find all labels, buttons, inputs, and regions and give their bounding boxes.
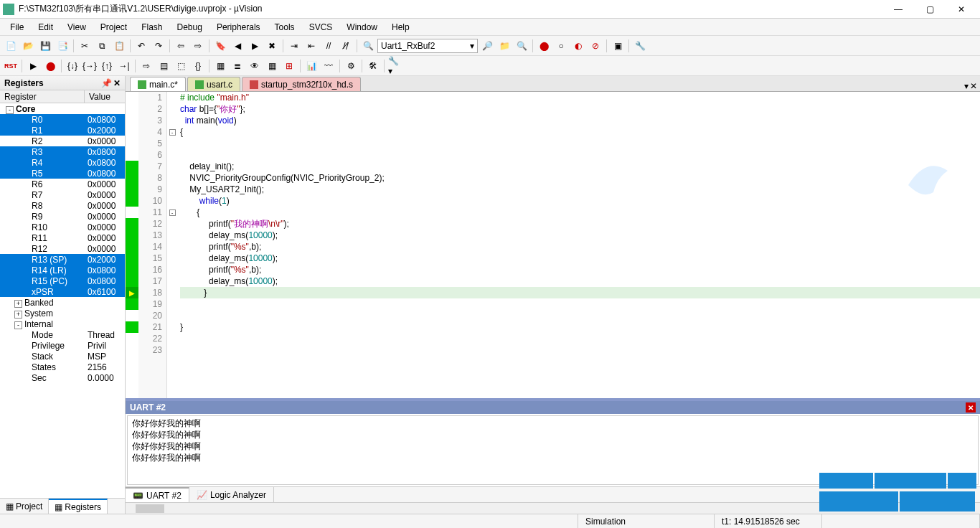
register-row[interactable]: R15 (PC)0x0800	[0, 275, 125, 286]
menu-help[interactable]: Help	[385, 21, 417, 34]
uart-tab[interactable]: 📟UART #2	[126, 487, 189, 502]
debug-button[interactable]: ⬤	[536, 38, 552, 54]
watch-button[interactable]: 👁	[247, 58, 263, 74]
task-block[interactable]	[948, 473, 976, 489]
bookmark-prev-button[interactable]: ◀	[230, 38, 245, 54]
panel-pin-icon[interactable]: 📌	[101, 78, 112, 88]
register-row[interactable]: R00x0800	[0, 114, 125, 125]
menu-debug[interactable]: Debug	[170, 21, 209, 34]
editor-tab[interactable]: main.c*	[130, 77, 186, 91]
close-button[interactable]: ✕	[946, 0, 977, 19]
breakpoint-insert-button[interactable]: ○	[553, 38, 569, 54]
register-row[interactable]: R14 (LR)0x0800	[0, 265, 125, 275]
register-row[interactable]: R20x0000	[0, 136, 125, 146]
task-block[interactable]	[819, 491, 898, 512]
new-file-button[interactable]: 📄	[3, 38, 19, 54]
code-area[interactable]: # include "main.h"char b[]={"你好"}; int m…	[177, 92, 980, 398]
scrollbar-thumb[interactable]	[136, 504, 164, 513]
uart-tab[interactable]: 📈Logic Analyzer	[189, 487, 274, 502]
breakpoint-enable-button[interactable]: ◐	[570, 38, 586, 54]
breakpoint-kill-button[interactable]: ⊘	[588, 38, 603, 54]
editor-body[interactable]: ▶ 1234567891011121314151617181920212223 …	[126, 92, 980, 398]
outdent-button[interactable]: ⇤	[303, 38, 319, 54]
bookmark-button[interactable]: 🔖	[212, 38, 228, 54]
reset-button[interactable]: RST	[3, 58, 19, 74]
menu-tools[interactable]: Tools	[268, 21, 302, 34]
register-row[interactable]: R90x0000	[0, 211, 125, 222]
task-block[interactable]	[819, 473, 873, 489]
indent-button[interactable]: ⇥	[286, 38, 302, 54]
register-row[interactable]: R100x0000	[0, 222, 125, 232]
register-group[interactable]: -Internal	[0, 319, 125, 329]
left-tab-project[interactable]: ▦Project	[0, 499, 49, 514]
system-viewer-button[interactable]: ⚙	[343, 58, 359, 74]
editor-tab[interactable]: startup_stm32f10x_hd.s	[242, 77, 361, 91]
redo-button[interactable]: ↷	[151, 38, 166, 54]
call-stack-button[interactable]: ≣	[230, 58, 245, 74]
minimize-button[interactable]: —	[882, 0, 914, 19]
find-in-files-button[interactable]: 📁	[496, 38, 512, 54]
register-group[interactable]: +System	[0, 308, 125, 319]
show-next-button[interactable]: ⇨	[138, 58, 154, 74]
register-row[interactable]: States2156	[0, 362, 125, 372]
fold-gutter[interactable]: --	[167, 92, 177, 398]
register-col-name[interactable]: Register	[0, 90, 85, 103]
registers-window-button[interactable]: ▦	[212, 58, 228, 74]
copy-button[interactable]: ⧉	[94, 38, 110, 54]
menu-view[interactable]: View	[60, 21, 93, 34]
register-group[interactable]: +Banked	[0, 297, 125, 308]
window-button[interactable]: ▣	[610, 38, 626, 54]
serial-button[interactable]: ⊞	[281, 58, 297, 74]
register-tree[interactable]: -CoreR00x0800R10x2000R20x0000R30x0800R40…	[0, 103, 125, 498]
breakpoint-gutter[interactable]: ▶	[126, 92, 138, 398]
panel-close-icon[interactable]: ✕	[113, 78, 121, 88]
menu-svcs[interactable]: SVCS	[302, 21, 340, 34]
register-row[interactable]: R13 (SP)0x2000	[0, 254, 125, 265]
maximize-button[interactable]: ▢	[914, 0, 946, 19]
trace-button[interactable]: 〰	[321, 58, 336, 74]
bookmark-next-button[interactable]: ▶	[247, 38, 263, 54]
debug-settings-button[interactable]: 🔧▾	[387, 58, 403, 74]
register-row[interactable]: R40x0800	[0, 157, 125, 168]
uart-panel-close-icon[interactable]: ✕	[966, 402, 976, 412]
register-row[interactable]: R80x0000	[0, 200, 125, 211]
menu-peripherals[interactable]: Peripherals	[209, 21, 268, 34]
incremental-find-button[interactable]: 🔍	[514, 38, 529, 54]
comment-button[interactable]: //	[321, 38, 336, 54]
register-row[interactable]: R120x0000	[0, 243, 125, 254]
run-to-cursor-button[interactable]: →|	[116, 58, 132, 74]
menu-window[interactable]: Window	[339, 21, 385, 34]
menu-project[interactable]: Project	[93, 21, 134, 34]
uncomment-button[interactable]: //̸	[338, 38, 354, 54]
editor-tab-dropdown-icon[interactable]: ▾	[964, 81, 969, 91]
command-window-button[interactable]: ▤	[156, 58, 171, 74]
disassembly-button[interactable]: ⬚	[173, 58, 189, 74]
nav-forward-button[interactable]: ⇨	[190, 38, 206, 54]
menu-file[interactable]: File	[3, 21, 31, 34]
memory-button[interactable]: ▦	[264, 58, 280, 74]
analysis-button[interactable]: 📊	[303, 58, 319, 74]
register-row[interactable]: StackMSP	[0, 351, 125, 362]
register-row[interactable]: PrivilegePrivil	[0, 340, 125, 351]
step-out-button[interactable]: {↑}	[99, 58, 115, 74]
menu-edit[interactable]: Edit	[31, 21, 60, 34]
task-block[interactable]	[875, 473, 946, 489]
register-row[interactable]: R50x0800	[0, 168, 125, 179]
configure-button[interactable]: 🔧	[632, 38, 648, 54]
register-row[interactable]: ModeThread	[0, 329, 125, 340]
cut-button[interactable]: ✂	[77, 38, 93, 54]
register-row[interactable]: Sec0.0000	[0, 372, 125, 383]
editor-tab[interactable]: usart.c	[187, 77, 240, 91]
register-row[interactable]: xPSR0x6100	[0, 286, 125, 297]
register-col-value[interactable]: Value	[85, 90, 125, 103]
nav-back-button[interactable]: ⇦	[173, 38, 189, 54]
run-button[interactable]: ▶	[25, 58, 41, 74]
menu-flash[interactable]: Flash	[134, 21, 169, 34]
task-block[interactable]	[900, 491, 975, 512]
save-button[interactable]: 💾	[37, 38, 53, 54]
step-over-button[interactable]: {→}	[82, 58, 98, 74]
find-combo[interactable]: Uart1_RxBuf2 ▾	[377, 39, 478, 53]
toolbox-button[interactable]: 🛠	[365, 58, 381, 74]
register-row[interactable]: R70x0000	[0, 189, 125, 200]
register-row[interactable]: R10x2000	[0, 125, 125, 136]
